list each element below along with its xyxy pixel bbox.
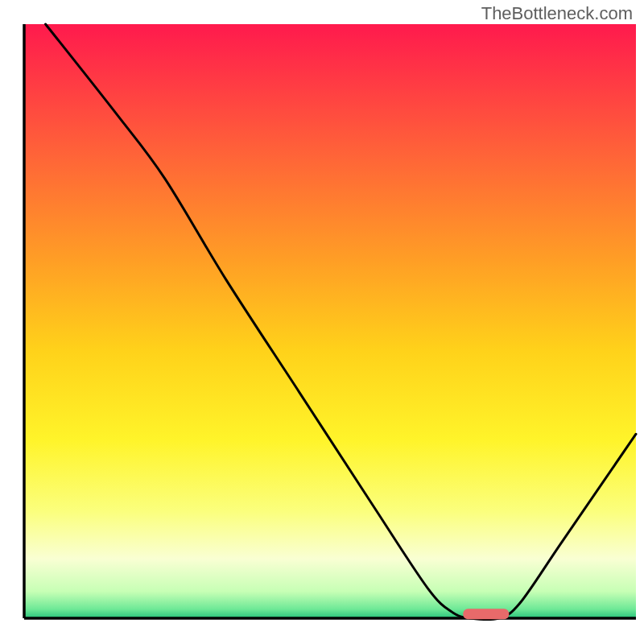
optimal-marker xyxy=(463,609,509,619)
watermark-text: TheBottleneck.com xyxy=(481,3,633,24)
bottleneck-chart xyxy=(0,0,644,644)
